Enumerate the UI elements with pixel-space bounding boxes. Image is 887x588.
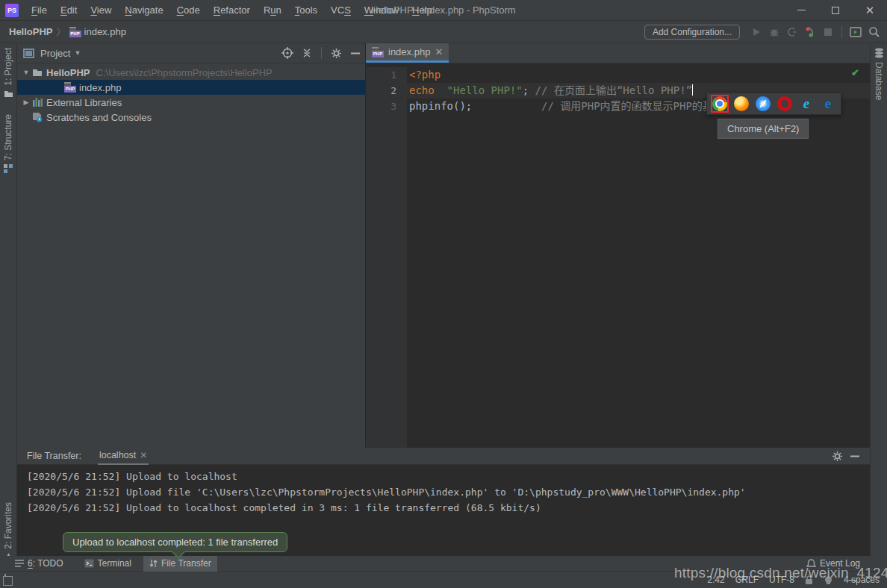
- debug-icon[interactable]: [765, 23, 783, 41]
- breadcrumb-separator-icon: 〉: [57, 25, 66, 38]
- upload-notification-balloon[interactable]: Upload to localhost completed: 1 file tr…: [63, 532, 287, 552]
- toolbar-divider: [841, 26, 842, 38]
- file-transfer-title: File Transfer:: [27, 451, 81, 461]
- libs-icon: [31, 98, 44, 107]
- right-toolwindow-stripe: Database: [870, 43, 887, 572]
- sidebar-item-project[interactable]: 1: Project: [3, 48, 13, 98]
- project-panel-icon: [23, 49, 34, 58]
- chevron-down-icon[interactable]: ▼: [22, 69, 31, 76]
- stop-icon[interactable]: [819, 23, 837, 41]
- breadcrumb-project[interactable]: HelloPHP: [9, 26, 53, 37]
- run-icon[interactable]: [747, 23, 765, 41]
- phpstorm-window: PS FileEditViewNavigateCodeRefactorRunTo…: [0, 0, 887, 588]
- line-number: 1: [366, 67, 407, 83]
- tree-item-hellophp[interactable]: ▼HelloPHPC:\Users\lzc\PhpstormProjects\H…: [17, 65, 365, 80]
- title-bar: PS FileEditViewNavigateCodeRefactorRunTo…: [0, 0, 887, 21]
- php-file-icon: PHP: [69, 27, 81, 37]
- menu-edit[interactable]: Edit: [54, 2, 84, 18]
- toolwindow-todo[interactable]: 6: TODO: [9, 556, 69, 572]
- toolwindow-terminal[interactable]: Terminal: [78, 556, 137, 572]
- gear-icon[interactable]: [326, 44, 346, 62]
- chrome-browser-icon[interactable]: [711, 95, 729, 113]
- structure-icon: [4, 164, 13, 173]
- line-number: 3: [366, 98, 407, 114]
- safari-browser-icon[interactable]: [754, 95, 772, 113]
- minimize-button[interactable]: [784, 0, 818, 21]
- chrome-tooltip: Chrome (Alt+F2): [718, 119, 809, 139]
- todo-list-icon: [15, 560, 24, 567]
- maximize-button[interactable]: [818, 0, 853, 21]
- search-everywhere-icon[interactable]: [865, 23, 883, 41]
- editor-gutter: [366, 90, 407, 448]
- project-toolwindow: Project ▼ ▼HelloPHPC:\Users\lzc\Phpstorm…: [17, 43, 366, 448]
- locate-file-icon[interactable]: [278, 44, 297, 62]
- close-tab-icon[interactable]: ✕: [435, 46, 443, 57]
- chevron-right-icon[interactable]: ▶: [22, 98, 31, 106]
- hide-panel-icon[interactable]: [346, 44, 365, 62]
- csdn-watermark: https://blog.csdn.net/weixin_41245990: [674, 565, 887, 581]
- left-toolwindow-stripe: 1: Project 7: Structure 2: Favorites: [0, 43, 17, 572]
- firefox-browser-icon[interactable]: [732, 95, 750, 113]
- close-tab-icon[interactable]: ✕: [140, 450, 147, 460]
- php-file-icon: PHP: [372, 47, 384, 57]
- ie-browser-icon[interactable]: e: [797, 95, 815, 113]
- run-window-icon[interactable]: [847, 23, 865, 41]
- menu-vcs[interactable]: VCS: [324, 2, 358, 18]
- chevron-down-icon[interactable]: ▼: [74, 49, 81, 57]
- collapse-all-icon[interactable]: [297, 44, 317, 62]
- menu-refactor[interactable]: Refactor: [207, 2, 257, 18]
- terminal-icon: [84, 559, 94, 568]
- add-configuration-button[interactable]: Add Configuration...: [644, 25, 740, 40]
- open-in-browser-popup: ee: [706, 93, 841, 115]
- window-title: HelloPHP - index.php - PhpStorm: [371, 4, 515, 16]
- close-button[interactable]: ✕: [853, 0, 887, 21]
- phpstorm-logo-icon: PS: [5, 4, 19, 17]
- log-line: [2020/5/6 21:52] Upload to localhost: [27, 469, 870, 484]
- sidebar-item-structure[interactable]: 7: Structure: [3, 114, 13, 173]
- folder-icon: [31, 68, 44, 77]
- editor-tab-bar: PHP index.php ✕: [366, 43, 870, 63]
- sidebar-item-database[interactable]: Database: [874, 48, 884, 100]
- tree-item-external-libraries[interactable]: ▶External Libraries: [17, 95, 365, 110]
- tree-item-index-php[interactable]: PHPindex.php: [17, 80, 365, 95]
- opera-browser-icon[interactable]: [776, 95, 794, 113]
- edge-browser-icon[interactable]: e: [819, 95, 837, 113]
- menu-file[interactable]: File: [25, 2, 54, 18]
- line-number: 2: [366, 83, 407, 98]
- debug-listener-phone-icon[interactable]: [801, 23, 819, 41]
- project-panel-header: Project ▼: [17, 43, 365, 63]
- project-tree: ▼HelloPHPC:\Users\lzc\PhpstormProjects\H…: [17, 63, 365, 125]
- log-line: [2020/5/6 21:52] Upload file 'C:\Users\l…: [27, 484, 870, 500]
- sidebar-item-favorites[interactable]: 2: Favorites: [3, 502, 13, 563]
- text-caret: [692, 84, 693, 96]
- tree-item-scratches-and-consoles[interactable]: Scratches and Consoles: [17, 110, 365, 125]
- hide-panel-icon[interactable]: [846, 447, 864, 465]
- run-with-coverage-icon[interactable]: [783, 23, 801, 41]
- menu-code[interactable]: Code: [170, 2, 207, 18]
- code-line-1[interactable]: 1<?php: [366, 67, 870, 83]
- php-icon: PHP: [63, 82, 77, 93]
- menu-run[interactable]: Run: [257, 2, 288, 18]
- gear-icon[interactable]: [828, 447, 846, 465]
- file-transfer-log[interactable]: [2020/5/6 21:52] Upload to localhost[202…: [17, 465, 870, 516]
- menu-navigate[interactable]: Navigate: [118, 2, 169, 18]
- tab-localhost[interactable]: localhost ✕: [98, 448, 149, 465]
- inspections-ok-icon[interactable]: ✔: [851, 67, 859, 78]
- folder-icon: [4, 90, 13, 98]
- panel-header-divider: [321, 47, 322, 59]
- database-icon: [874, 48, 884, 58]
- menu-tools[interactable]: Tools: [288, 2, 324, 18]
- breadcrumb-file[interactable]: index.php: [84, 26, 126, 37]
- toolwindow-switcher-icon[interactable]: [4, 575, 6, 585]
- navigation-bar: HelloPHP 〉 PHP index.php Add Configurati…: [0, 21, 887, 43]
- tab-index-php[interactable]: PHP index.php ✕: [366, 43, 449, 63]
- scratch-icon: [31, 113, 44, 122]
- project-panel-title[interactable]: Project: [40, 48, 70, 59]
- file-transfer-header: File Transfer: localhost ✕: [17, 448, 870, 465]
- log-line: [2020/5/6 21:52] Upload to localhost com…: [27, 500, 870, 516]
- menu-view[interactable]: View: [84, 2, 118, 18]
- up-down-arrows-icon: [149, 559, 158, 568]
- toolwindow-file-transfer[interactable]: File Transfer: [143, 556, 217, 572]
- tab-label: index.php: [388, 46, 430, 57]
